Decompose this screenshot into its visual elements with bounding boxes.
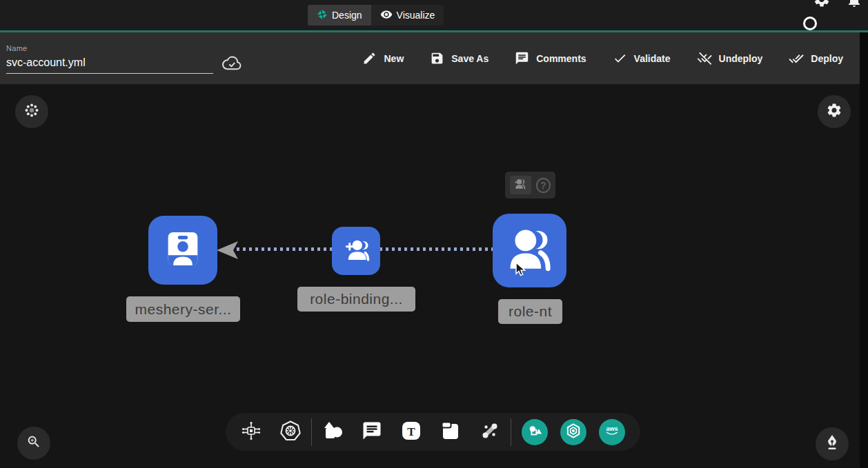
note-tool-button[interactable] [440,420,461,444]
freeze-layout-icon [24,103,39,121]
node-role[interactable] [493,214,566,287]
right-scroll-strip[interactable] [860,32,868,468]
tab-design[interactable]: Design [308,5,371,26]
id-badge-icon [161,227,205,274]
comment-tool-button[interactable] [362,420,382,444]
tab-visualize-label: Visualize [397,10,435,21]
gear-icon[interactable] [813,0,831,11]
comment-icon [362,420,382,444]
hexagon-icon [565,423,582,442]
meshery-shapes-button[interactable] [522,419,548,445]
pencil-icon [362,51,377,65]
save-as-button[interactable]: Save As [430,51,489,65]
accent-divider [0,30,868,32]
deploy-button[interactable]: Deploy [789,51,843,66]
canvas-settings-gear-icon [826,102,842,121]
comments-button[interactable]: Comments [515,51,586,65]
group-icon [514,178,526,193]
meshery-shapes-icon [527,423,542,441]
deploy-button-label: Deploy [811,53,843,64]
new-button[interactable]: New [362,51,404,65]
pen-tool-button[interactable] [816,427,849,460]
cloud-check-icon [221,53,242,74]
comment-icon [515,51,529,65]
svg-text:T: T [407,425,415,438]
node-label-service-account[interactable]: meshery-ser... [126,296,240,322]
save-as-button-label: Save As [451,53,489,64]
zoom-button[interactable] [17,427,50,460]
help-glyph: ? [540,180,546,191]
comments-button-label: Comments [536,53,586,64]
node-service-account[interactable] [148,216,217,285]
eye-icon [380,8,393,23]
person-add-icon [342,235,371,267]
kubernetes-button[interactable] [280,420,301,444]
mode-tab-group: Design Visualize [308,5,444,26]
pen-nib-icon [825,434,840,454]
dock-divider [311,418,312,446]
canvas-settings-button[interactable] [818,95,851,128]
help-icon[interactable]: ? [536,178,551,193]
node-label-role[interactable]: role-nt [498,299,562,324]
aws-icon: aws [603,423,621,442]
undeploy-icon [697,51,712,66]
freeze-layout-button[interactable] [15,95,48,128]
single-check-icon [613,51,627,65]
components-button[interactable] [241,420,262,444]
design-action-bar: Name New Save As [0,32,860,84]
save-icon [430,51,444,65]
circuit-icon [240,420,262,445]
top-bar: Design Visualize [0,0,868,30]
edge-arrowhead-icon [217,240,239,263]
node-label-role-binding[interactable]: role-binding... [297,287,415,312]
double-check-icon [789,51,804,66]
node-popover: ? [505,172,555,199]
text-tool-button[interactable]: T [401,420,422,444]
link-icon [480,420,500,444]
bell-icon[interactable] [846,0,862,11]
kubernetes-icon [279,420,302,445]
popover-group-button[interactable] [510,176,531,194]
shapes-icon [321,419,344,445]
group-icon [504,224,555,278]
bottom-dock: T [226,413,640,451]
note-icon [440,420,462,445]
text-icon: T [401,420,422,444]
design-name-input[interactable] [6,55,213,74]
aws-extension-button[interactable]: aws [599,419,625,445]
undeploy-button-label: Undeploy [719,53,763,64]
meshery-logo-icon [317,9,328,22]
hexagon-extension-button[interactable] [560,419,586,445]
action-buttons: New Save As Comments Va [362,32,843,84]
validate-button-label: Validate [634,53,671,64]
validate-button[interactable]: Validate [613,51,671,65]
new-button-label: New [384,53,404,64]
name-field-label: Name [6,44,28,52]
tab-design-label: Design [332,10,362,21]
shapes-button[interactable] [322,420,343,444]
design-canvas[interactable] [0,84,860,468]
zoom-in-icon [26,434,41,452]
link-tool-button[interactable] [480,420,500,444]
undeploy-button[interactable]: Undeploy [697,51,763,66]
node-role-binding[interactable] [332,227,380,275]
tab-visualize[interactable]: Visualize [371,5,444,26]
dock-divider [511,418,511,446]
aws-label: aws [606,425,618,432]
